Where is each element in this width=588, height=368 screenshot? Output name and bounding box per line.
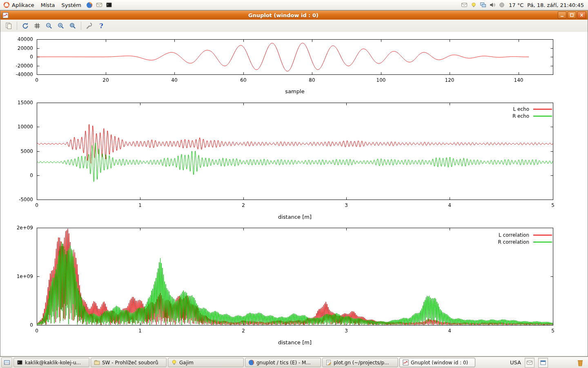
taskbar-button-label: plot.gn (~/projects/p... (334, 360, 389, 366)
notes-applet[interactable] (538, 358, 548, 368)
legend: L echoR echo (512, 105, 552, 119)
configure-icon[interactable] (84, 20, 95, 31)
taskbar-button-label: gnuplot / tics (E) - M... (256, 360, 311, 366)
taskbar-button-firefox[interactable]: gnuplot / tics (E) - M... (245, 358, 321, 367)
legend: L correlationR correlation (498, 231, 552, 245)
terminal-icon (16, 359, 23, 366)
terminal-icon (106, 2, 112, 8)
volume-icon[interactable] (489, 2, 496, 8)
grid-icon[interactable] (32, 20, 42, 31)
applet-icon (540, 359, 546, 366)
toolbar-separator (81, 22, 81, 30)
file-manager-icon (94, 359, 100, 366)
toolbar: ? (0, 20, 588, 32)
maximize-button[interactable] (568, 11, 576, 19)
chart-correlation: distance [m] L correlationR correlation … (0, 223, 588, 355)
menu-places[interactable]: Místa (38, 0, 58, 10)
gajim-icon (171, 359, 177, 366)
terminal-launcher[interactable] (104, 0, 114, 10)
legend-entry: L correlation (499, 231, 552, 238)
replot-icon[interactable] (20, 20, 31, 31)
zoom-next-icon[interactable] (56, 20, 66, 31)
legend-line-sample (533, 242, 552, 242)
taskbar-button-label: Gajim (179, 360, 194, 366)
zoom-previous-icon[interactable] (44, 20, 54, 31)
desktop: Aplikace Místa Systém (0, 0, 588, 368)
autoscale-icon[interactable] (67, 20, 78, 31)
legend-label: R correlation (498, 239, 529, 245)
taskbar-button-label: SW - Prohlížeč souborů (102, 360, 158, 366)
mail-icon (526, 359, 533, 366)
gnuplot-window: Gnuplot (window id : 0) (0, 10, 588, 357)
legend-line-sample (533, 116, 552, 117)
window-title: Gnuplot (window id : 0) (10, 12, 557, 18)
trash-icon[interactable] (575, 358, 585, 368)
plot-canvas[interactable] (0, 32, 588, 102)
chart-signal: sample -40000-20000020000400000204060801… (0, 32, 588, 102)
taskbar-button-gajim[interactable]: Gajim (168, 358, 244, 367)
menu-applications-label: Aplikace (12, 2, 34, 8)
menu-places-label: Místa (41, 2, 55, 8)
chart-echo: distance [m] L echoR echo -5000050001000… (0, 99, 588, 222)
legend-line-sample (533, 109, 552, 110)
email-icon (96, 2, 102, 8)
system-tray: 17 °C Pá, 18. září, 21:40:45 (461, 2, 588, 8)
menu-system[interactable]: Systém (58, 0, 84, 10)
mail-notification-icon[interactable] (461, 2, 468, 8)
network-icon[interactable] (480, 2, 486, 8)
weather-icon[interactable] (499, 2, 505, 8)
mail-applet[interactable] (525, 358, 535, 368)
taskbar-button-file-manager[interactable]: SW - Prohlížeč souborů (91, 358, 167, 367)
show-desktop-button[interactable] (1, 357, 12, 368)
legend-label: L echo (513, 106, 529, 112)
taskbar: kaklik@kaklik-kolej-u... SW - Prohlížeč … (0, 357, 588, 368)
plot-canvas[interactable] (0, 99, 588, 222)
minimize-button[interactable] (558, 11, 566, 19)
gnuplot-window-icon (2, 12, 9, 18)
titlebar[interactable]: Gnuplot (window id : 0) (0, 11, 588, 20)
top-panel: Aplikace Místa Systém (0, 0, 588, 10)
taskbar-button-label: kaklik@kaklik-kolej-u... (25, 360, 81, 366)
firefox-icon (248, 359, 254, 366)
plot-area: sample -40000-20000020000400000204060801… (0, 32, 588, 356)
copy-icon[interactable] (3, 20, 14, 31)
toolbar-separator (17, 22, 17, 30)
close-button[interactable] (577, 11, 586, 19)
taskbar-button-gnuplot[interactable]: Gnuplot (window id : 0) (399, 358, 475, 367)
legend-line-sample (533, 235, 552, 236)
show-desktop-icon (4, 359, 10, 366)
firefox-icon (86, 2, 93, 8)
gajim-tray-icon[interactable] (470, 2, 477, 8)
gnuplot-icon (402, 359, 409, 366)
legend-entry: R echo (512, 112, 552, 119)
legend-label: R echo (512, 113, 529, 119)
legend-entry: R correlation (498, 238, 552, 245)
legend-entry: L echo (513, 105, 552, 112)
help-icon[interactable]: ? (96, 20, 107, 31)
taskbar-button-label: Gnuplot (window id : 0) (411, 360, 468, 366)
keyboard-layout-indicator[interactable]: USA (510, 359, 521, 366)
taskbar-button-terminal[interactable]: kaklik@kaklik-kolej-u... (13, 358, 89, 367)
taskbar-button-editor[interactable]: plot.gn (~/projects/p... (322, 358, 398, 367)
menu-applications[interactable]: Aplikace (0, 0, 38, 10)
clock[interactable]: Pá, 18. září, 21:40:45 (527, 2, 584, 8)
ubuntu-logo-icon (3, 2, 10, 8)
text-editor-icon (325, 359, 332, 366)
email-launcher[interactable] (94, 0, 104, 10)
legend-label: L correlation (499, 232, 529, 238)
taskbar-tray: USA (510, 358, 587, 368)
menu-system-label: Systém (61, 2, 81, 8)
temperature[interactable]: 17 °C (508, 2, 524, 8)
firefox-launcher[interactable] (85, 0, 94, 10)
